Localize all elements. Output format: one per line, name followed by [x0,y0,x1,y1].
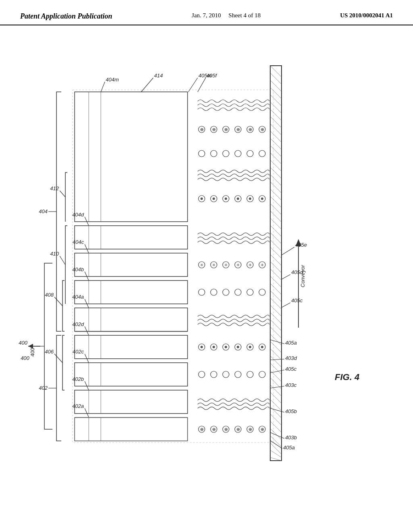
svg-line-25 [270,240,282,251]
svg-line-36 [270,320,282,331]
svg-text:402: 402 [39,385,48,391]
svg-text:404: 404 [39,208,48,214]
svg-text:✳: ✳ [212,263,215,267]
row8-wavy [198,233,269,244]
svg-point-149 [259,150,265,157]
svg-line-38 [270,334,282,345]
svg-line-21 [270,211,282,222]
svg-rect-126 [75,226,188,249]
row9-dots-top [198,100,269,111]
svg-text:⊕: ⊕ [248,127,252,132]
svg-text:⊕: ⊕ [212,127,216,132]
svg-line-181 [85,354,89,363]
svg-point-81 [235,371,241,378]
svg-point-146 [223,150,229,157]
svg-line-18 [270,189,282,200]
svg-line-187 [85,272,89,281]
svg-rect-57 [75,417,188,441]
svg-text:406: 406 [45,349,54,355]
svg-rect-84 [75,335,188,359]
svg-line-20 [270,204,282,215]
pub-date: Jan. 7, 2010 [192,12,221,19]
svg-line-12 [270,145,282,157]
svg-point-144 [198,150,205,157]
svg-line-185 [85,299,89,308]
svg-text:Conveyor: Conveyor [300,265,306,287]
svg-point-159 [249,197,251,200]
svg-text:⊕: ⊕ [224,127,228,132]
svg-line-23 [270,225,282,237]
svg-line-34 [270,305,282,316]
svg-point-106 [211,289,217,295]
svg-point-153 [213,197,215,200]
patent-number: US 2010/0002041 A1 [340,12,393,19]
conveyor-hatch [270,66,282,461]
svg-text:⊕: ⊕ [212,427,216,432]
row9-dots-cross: ⊕ ⊕ ⊕ ⊕ ⊕ ⊕ [198,126,265,133]
svg-line-173 [60,256,65,265]
svg-line-37 [270,327,282,338]
row9-dots-open [198,150,265,157]
svg-line-3 [270,80,282,91]
svg-point-96 [249,346,251,348]
svg-point-79 [211,371,217,378]
svg-line-54 [270,450,282,457]
svg-rect-129 [75,92,188,222]
svg-line-205 [270,408,284,412]
svg-point-109 [247,289,253,295]
svg-line-213 [270,340,284,344]
svg-line-209 [270,370,284,373]
svg-line-46 [270,392,282,403]
svg-text:✳: ✳ [236,263,240,267]
svg-point-157 [237,197,239,200]
svg-line-15 [270,167,282,179]
svg-line-19 [270,196,282,208]
svg-line-26 [270,247,282,258]
svg-text:402a: 402a [72,403,84,409]
svg-text:⊕: ⊕ [248,427,252,432]
svg-text:FIG. 4: FIG. 4 [335,372,359,382]
svg-text:405f: 405f [206,73,217,79]
svg-text:412: 412 [50,185,59,191]
svg-text:⊕: ⊕ [224,427,228,432]
patent-diagram: .diag-text { font-family: Arial, sans-se… [0,25,413,517]
svg-line-32 [270,291,282,302]
svg-line-55 [270,457,282,461]
svg-text:400: 400 [29,348,35,357]
svg-line-39 [270,341,282,353]
svg-line-1 [270,66,282,77]
svg-point-147 [235,150,241,157]
svg-line-22 [270,218,282,229]
row6-dots [198,289,265,295]
svg-line-2 [270,73,282,84]
page-header: Patent Application Publication Jan. 7, 2… [0,0,413,25]
svg-line-13 [270,153,282,164]
svg-text:✳: ✳ [224,263,227,267]
svg-line-17 [270,182,282,193]
svg-rect-99 [75,308,188,331]
svg-text:404m: 404m [106,77,119,83]
svg-line-30 [270,276,282,287]
svg-line-171 [54,297,63,306]
svg-line-177 [85,408,89,417]
svg-line-41 [270,356,282,367]
svg-rect-72 [75,390,188,414]
svg-line-5 [270,95,282,106]
svg-point-107 [223,289,229,295]
svg-text:⊕: ⊕ [200,427,204,432]
svg-text:404b: 404b [72,266,84,272]
svg-text:⊕: ⊕ [200,127,204,132]
svg-point-161 [261,197,263,200]
svg-text:✳: ✳ [261,263,264,267]
svg-line-51 [270,428,282,440]
svg-line-189 [85,244,89,253]
svg-text:405c: 405c [291,297,303,303]
svg-line-52 [270,436,282,447]
svg-text:404d: 404d [72,212,84,218]
svg-point-90 [213,346,215,348]
svg-line-217 [282,303,290,308]
row9-dots-cross2 [198,195,265,202]
svg-point-105 [198,289,205,295]
svg-line-35 [270,312,282,324]
svg-line-8 [270,116,282,128]
